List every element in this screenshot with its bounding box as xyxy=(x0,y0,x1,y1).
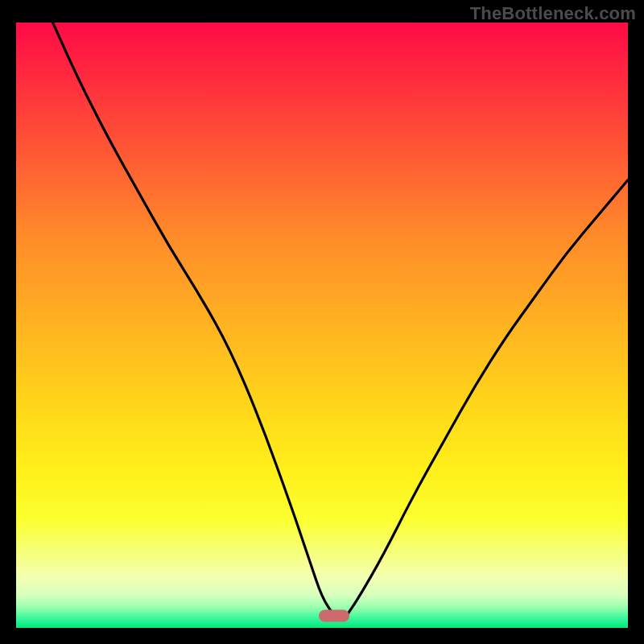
bottleneck-curve xyxy=(16,23,628,628)
stage: TheBottleneck.com xyxy=(0,0,644,644)
plot-area xyxy=(16,23,628,628)
optimal-marker xyxy=(319,609,349,621)
watermark-text: TheBottleneck.com xyxy=(470,3,636,24)
